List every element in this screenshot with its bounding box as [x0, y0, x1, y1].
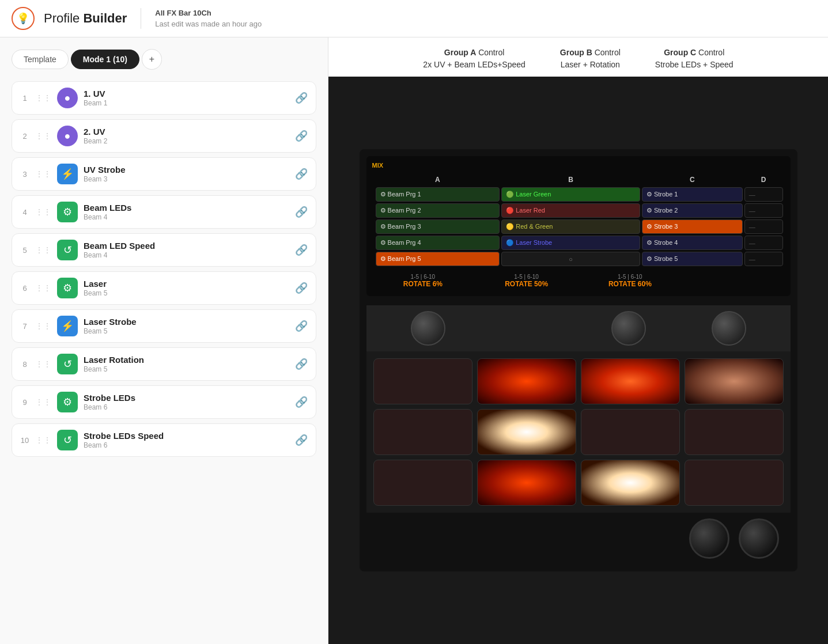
- drag-handle-icon[interactable]: ⋮⋮: [35, 397, 51, 407]
- channel-link-icon[interactable]: 🔗: [295, 130, 308, 142]
- channel-link-icon[interactable]: 🔗: [295, 282, 308, 294]
- channel-number: 7: [20, 322, 29, 331]
- channel-name: 1. UV: [84, 89, 289, 99]
- channel-info: LaserBeam 5: [84, 279, 289, 297]
- channel-number: 1: [20, 94, 29, 103]
- channel-row: 4⋮⋮⚙Beam LEDsBeam 4🔗: [12, 195, 316, 229]
- col-c: C: [642, 174, 743, 185]
- cell-a5[interactable]: ⚙ Beam Prg 5: [376, 252, 500, 266]
- app-header: 💡 Profile Builder All FX Bar 10Ch Last e…: [0, 0, 828, 37]
- knob-3[interactable]: [712, 311, 746, 346]
- pad-3-4[interactable]: [685, 460, 784, 506]
- tabs-bar: Template Mode 1 (10) +: [12, 49, 316, 70]
- channel-icon: ↺: [57, 240, 78, 260]
- cell-c4[interactable]: ⚙ Strobe 4: [642, 236, 743, 250]
- mesh-icon: ⚙: [57, 278, 78, 298]
- cell-a3[interactable]: ⚙ Beam Prg 3: [376, 219, 500, 234]
- channel-link-icon[interactable]: 🔗: [295, 92, 308, 104]
- tab-mode[interactable]: Mode 1 (10): [71, 50, 139, 69]
- channel-link-icon[interactable]: 🔗: [295, 434, 308, 446]
- cell-d5[interactable]: —: [744, 252, 783, 266]
- drag-handle-icon[interactable]: ⋮⋮: [35, 245, 51, 255]
- pad-3-2[interactable]: [477, 460, 576, 506]
- table-row: ⚙ Beam Prg 2 🔴 Laser Red ⚙ Strobe 2 —: [374, 203, 783, 218]
- channel-icon: ⚙: [57, 278, 78, 298]
- cell-c5[interactable]: ⚙ Strobe 5: [642, 252, 743, 266]
- channel-link-icon[interactable]: 🔗: [295, 320, 308, 332]
- app-title: Profile Builder: [44, 11, 127, 26]
- pad-2-1[interactable]: [373, 409, 472, 455]
- channel-sub: Beam 2: [84, 137, 289, 145]
- cell-b2[interactable]: 🔴 Laser Red: [501, 203, 640, 218]
- channel-link-icon[interactable]: 🔗: [295, 206, 308, 218]
- group-a-label: Group A Control 2x UV + Beam LEDs+Speed: [423, 47, 525, 71]
- pad-2-3[interactable]: [581, 409, 680, 455]
- channel-link-icon[interactable]: 🔗: [295, 244, 308, 256]
- right-panel: Group A Control 2x UV + Beam LEDs+Speed …: [328, 37, 828, 644]
- pad-2-2[interactable]: [477, 409, 576, 455]
- cell-b5[interactable]: ○: [501, 252, 640, 266]
- channel-info: Beam LEDsBeam 4: [84, 203, 289, 221]
- channel-link-icon[interactable]: 🔗: [295, 358, 308, 370]
- drag-handle-icon[interactable]: ⋮⋮: [35, 131, 51, 141]
- channel-link-icon[interactable]: 🔗: [295, 168, 308, 180]
- drag-handle-icon[interactable]: ⋮⋮: [35, 93, 51, 103]
- pad-3-1[interactable]: [373, 460, 472, 506]
- drag-handle-icon[interactable]: ⋮⋮: [35, 435, 51, 445]
- channel-number: 3: [20, 170, 29, 179]
- pad-1-3[interactable]: [581, 358, 680, 404]
- channel-name: Laser: [84, 279, 289, 289]
- cell-a1[interactable]: ⚙ Beam Prg 1: [376, 187, 500, 202]
- drag-handle-icon[interactable]: ⋮⋮: [35, 169, 51, 179]
- channel-row: 5⋮⋮↺Beam LED SpeedBeam 4🔗: [12, 233, 316, 267]
- pad-1-4[interactable]: [685, 358, 784, 404]
- bottom-knob-1[interactable]: [689, 518, 729, 559]
- cell-c1[interactable]: ⚙ Strobe 1: [642, 187, 743, 202]
- tab-template[interactable]: Template: [12, 50, 69, 69]
- cell-b4[interactable]: 🔵 Laser Strobe: [501, 236, 640, 250]
- channel-sub: Beam 1: [84, 99, 289, 107]
- bottom-knobs-row: [366, 513, 791, 565]
- cell-a2[interactable]: ⚙ Beam Prg 2: [376, 203, 500, 218]
- mesh-icon: ⚙: [57, 392, 78, 412]
- tab-add-button[interactable]: +: [142, 49, 162, 70]
- drag-handle-icon[interactable]: ⋮⋮: [35, 207, 51, 217]
- bottom-knob-2[interactable]: [739, 518, 779, 559]
- pad-1-2[interactable]: [477, 358, 576, 404]
- channel-row: 1⋮⋮●1. UVBeam 1🔗: [12, 81, 316, 115]
- cell-c2[interactable]: ⚙ Strobe 2: [642, 203, 743, 218]
- channel-row: 3⋮⋮⚡UV StrobeBeam 3🔗: [12, 157, 316, 191]
- cell-b3[interactable]: 🟡 Red & Green: [501, 219, 640, 234]
- channel-row: 6⋮⋮⚙LaserBeam 5🔗: [12, 271, 316, 305]
- channel-icon: ↺: [57, 354, 78, 374]
- channel-name: Beam LED Speed: [84, 241, 289, 251]
- refresh-icon: ↺: [57, 354, 78, 374]
- channel-sub: Beam 4: [84, 213, 289, 221]
- drag-handle-icon[interactable]: ⋮⋮: [35, 359, 51, 369]
- channel-number: 4: [20, 208, 29, 217]
- pads-grid: [373, 358, 784, 506]
- cell-a4[interactable]: ⚙ Beam Prg 4: [376, 236, 500, 250]
- channel-info: 1. UVBeam 1: [84, 89, 289, 107]
- channel-row: 7⋮⋮⚡Laser StrobeBeam 5🔗: [12, 309, 316, 343]
- cell-d2[interactable]: —: [744, 203, 783, 218]
- channel-link-icon[interactable]: 🔗: [295, 396, 308, 408]
- cell-d3[interactable]: —: [744, 219, 783, 234]
- pad-3-3[interactable]: [581, 460, 680, 506]
- cell-c3[interactable]: ⚙ Strobe 3: [642, 219, 743, 234]
- device-image-area: MIX A B C D: [328, 77, 828, 644]
- pad-1-1[interactable]: [373, 358, 472, 404]
- knob-2[interactable]: [611, 311, 646, 346]
- drag-handle-icon[interactable]: ⋮⋮: [35, 283, 51, 293]
- cell-b1[interactable]: 🟢 Laser Green: [501, 187, 640, 202]
- pad-2-4[interactable]: [685, 409, 784, 455]
- mesh-icon: ⚙: [57, 202, 78, 222]
- channel-sub: Beam 6: [84, 441, 289, 449]
- channel-name: Laser Strobe: [84, 317, 289, 327]
- channel-row: 2⋮⋮●2. UVBeam 2🔗: [12, 119, 316, 153]
- drag-handle-icon[interactable]: ⋮⋮: [35, 321, 51, 331]
- cell-d1[interactable]: —: [744, 187, 783, 202]
- table-row: ⚙ Beam Prg 5 ○ ⚙ Strobe 5 —: [374, 252, 783, 266]
- knob-1[interactable]: [411, 311, 445, 346]
- cell-d4[interactable]: —: [744, 236, 783, 250]
